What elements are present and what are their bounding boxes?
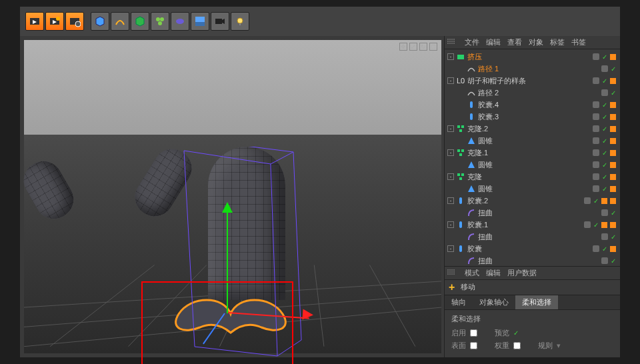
chk-weight[interactable]: [513, 342, 521, 349]
visibility-toggle[interactable]: [601, 233, 608, 240]
tag-icon[interactable]: [610, 114, 616, 120]
tag-icon[interactable]: [610, 162, 616, 168]
tree-label[interactable]: 克隆: [467, 172, 482, 182]
tag-icon[interactable]: [610, 198, 616, 204]
panel-grip-icon[interactable]: [447, 269, 458, 277]
tag-icon[interactable]: [601, 198, 607, 204]
tab-pivot[interactable]: 对象轴心: [473, 295, 515, 309]
viewport[interactable]: ✥ ⤢ ↻ □: [24, 40, 441, 353]
chk-preview[interactable]: ✓: [513, 329, 519, 337]
om-menu-object[interactable]: 对象: [529, 37, 543, 47]
enable-check[interactable]: ✓: [602, 137, 607, 145]
tag-icon[interactable]: [610, 138, 616, 144]
visibility-toggle[interactable]: [593, 113, 599, 120]
visibility-toggle[interactable]: [593, 137, 599, 144]
expander-icon[interactable]: -: [447, 125, 454, 132]
visibility-toggle[interactable]: [601, 209, 608, 216]
tag-icon[interactable]: [610, 78, 616, 84]
visibility-toggle[interactable]: [593, 173, 599, 180]
tree-row[interactable]: -胶囊✓: [445, 243, 620, 255]
enable-check[interactable]: ✓: [611, 209, 616, 217]
attr-menu-edit[interactable]: 编辑: [486, 268, 501, 278]
visibility-toggle[interactable]: [593, 77, 599, 84]
tree-label[interactable]: 胶囊.4: [478, 100, 499, 110]
attr-menu-userdata[interactable]: 用户数据: [507, 268, 537, 278]
tag-icon[interactable]: [610, 186, 616, 192]
om-menu-file[interactable]: 文件: [465, 37, 479, 47]
camera-button[interactable]: [211, 12, 229, 31]
expander-icon[interactable]: -: [447, 245, 454, 252]
visibility-toggle[interactable]: [593, 185, 599, 192]
tree-row[interactable]: -克隆.1✓: [445, 147, 620, 159]
enable-check[interactable]: ✓: [602, 77, 607, 85]
tag-icon[interactable]: [610, 102, 616, 108]
tag-icon[interactable]: [610, 246, 616, 252]
vp-max-icon[interactable]: □: [429, 43, 437, 51]
tag-icon[interactable]: [601, 222, 607, 228]
tree-label[interactable]: 胶囊.3: [478, 112, 499, 122]
tree-label[interactable]: 圆锥: [478, 136, 493, 146]
vp-rotate-icon[interactable]: ↻: [419, 43, 427, 51]
enable-check[interactable]: ✓: [602, 161, 607, 169]
tree-label[interactable]: 圆锥: [478, 160, 493, 170]
enable-check[interactable]: ✓: [611, 233, 616, 241]
tag-icon[interactable]: [610, 150, 616, 156]
visibility-toggle[interactable]: [593, 161, 599, 168]
primitive-cube-button[interactable]: [91, 12, 109, 31]
attr-menu-mode[interactable]: 模式: [465, 268, 479, 278]
tree-label[interactable]: 胶囊.2: [467, 196, 488, 206]
expander-icon[interactable]: -: [447, 173, 454, 180]
visibility-toggle[interactable]: [601, 257, 608, 264]
tree-label[interactable]: 路径 2: [478, 88, 499, 98]
tree-row[interactable]: -挤压✓: [445, 51, 620, 63]
enable-check[interactable]: ✓: [593, 197, 599, 205]
visibility-toggle[interactable]: [593, 125, 599, 132]
enable-check[interactable]: ✓: [611, 257, 616, 265]
om-menu-edit[interactable]: 编辑: [486, 37, 501, 47]
object-tree[interactable]: -挤压✓路径 1✓-L0胡子和帽子的样条✓路径 2✓胶囊.4✓胶囊.3✓-克隆.…: [445, 49, 620, 266]
visibility-toggle[interactable]: [593, 53, 599, 60]
expander-icon[interactable]: -: [447, 53, 454, 60]
tag-icon[interactable]: [610, 126, 616, 132]
effector-button[interactable]: [151, 12, 169, 31]
tree-label[interactable]: 胶囊: [467, 244, 482, 254]
tree-row[interactable]: -克隆.2✓: [445, 123, 620, 135]
tree-label[interactable]: 路径 1: [478, 64, 499, 74]
visibility-toggle[interactable]: [593, 245, 599, 252]
enable-check[interactable]: ✓: [602, 113, 607, 121]
tree-row[interactable]: -胶囊.1✓: [445, 219, 620, 231]
om-menu-bookmark[interactable]: 书签: [571, 37, 586, 47]
chk-surface[interactable]: [470, 342, 477, 349]
tag-icon[interactable]: [610, 54, 616, 60]
panel-grip-icon[interactable]: [447, 39, 458, 47]
render-region-button[interactable]: [45, 12, 64, 31]
tree-row[interactable]: 扭曲✓: [445, 255, 620, 266]
expander-icon[interactable]: -: [447, 221, 454, 228]
tree-label[interactable]: 扭曲: [478, 232, 493, 242]
tree-label[interactable]: 扭曲: [478, 256, 493, 266]
generator-button[interactable]: [131, 12, 149, 31]
expander-icon[interactable]: -: [447, 149, 454, 156]
enable-check[interactable]: ✓: [602, 125, 607, 133]
tree-label[interactable]: 胡子和帽子的样条: [467, 76, 526, 86]
tree-row[interactable]: 路径 1✓: [445, 63, 620, 75]
tree-row[interactable]: 扭曲✓: [445, 207, 620, 219]
expander-icon[interactable]: -: [447, 197, 454, 204]
tree-row[interactable]: 路径 2✓: [445, 87, 620, 99]
enable-check[interactable]: ✓: [602, 245, 607, 253]
tree-label[interactable]: 胶囊.1: [467, 220, 488, 230]
tree-label[interactable]: 圆锥: [478, 184, 493, 194]
vp-zoom-icon[interactable]: ⤢: [409, 43, 417, 51]
tag-icon[interactable]: [610, 222, 616, 228]
tree-label[interactable]: 挤压: [467, 52, 482, 62]
tree-row[interactable]: 胶囊.3✓: [445, 111, 620, 123]
om-menu-tag[interactable]: 标签: [550, 37, 565, 47]
spline-pen-button[interactable]: [111, 12, 129, 31]
visibility-toggle[interactable]: [584, 221, 591, 228]
tree-row[interactable]: -克隆✓: [445, 171, 620, 183]
deformer-button[interactable]: [171, 12, 189, 31]
expander-icon[interactable]: -: [447, 77, 454, 84]
chk-enable[interactable]: [470, 329, 477, 337]
enable-check[interactable]: ✓: [602, 185, 607, 193]
tree-row[interactable]: 圆锥✓: [445, 159, 620, 171]
